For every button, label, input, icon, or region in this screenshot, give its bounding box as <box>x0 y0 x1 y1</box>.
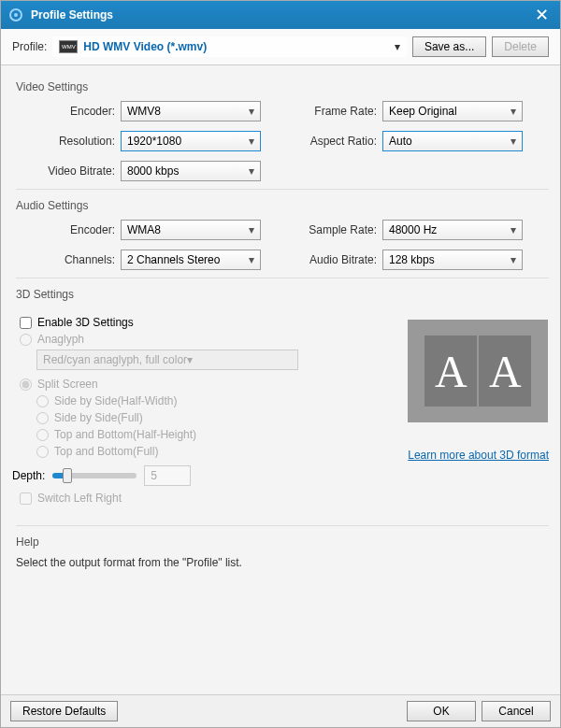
preview-left: A <box>424 335 477 407</box>
tab-full-radio: Top and Bottom(Full) <box>36 445 396 458</box>
depth-row: Depth: 5 <box>12 465 396 486</box>
footer: Restore Defaults OK Cancel <box>1 694 560 727</box>
chevron-down-icon: ▾ <box>249 223 254 236</box>
aspect-ratio-label: Aspect Ratio: <box>289 135 382 148</box>
chevron-down-icon: ▾ <box>249 135 254 148</box>
split-screen-radio: Split Screen <box>20 378 396 391</box>
chevron-down-icon: ▾ <box>511 105 516 118</box>
close-icon[interactable]: ✕ <box>531 5 553 25</box>
3d-section: Enable 3D Settings Anaglyph Red/cyan ana… <box>12 312 549 508</box>
cancel-button[interactable]: Cancel <box>482 701 551 721</box>
chevron-down-icon: ▾ <box>249 105 254 118</box>
video-grid: Encoder: WMV8▾ Frame Rate: Keep Original… <box>16 101 549 181</box>
video-encoder-label: Encoder: <box>16 105 121 118</box>
sbs-full-radio: Side by Side(Full) <box>36 411 396 424</box>
profile-select[interactable]: WMV HD WMV Video (*.wmv) ▾ <box>52 36 407 57</box>
frame-rate-label: Frame Rate: <box>289 105 382 118</box>
audio-bitrate-select[interactable]: 128 kbps▾ <box>382 250 523 270</box>
window-title: Profile Settings <box>31 8 531 21</box>
profile-label: Profile: <box>12 40 47 53</box>
enable-3d-input[interactable] <box>20 317 32 329</box>
anaglyph-radio: Anaglyph <box>20 333 396 346</box>
switch-lr-checkbox: Switch Left Right <box>20 492 396 505</box>
app-icon <box>8 7 23 22</box>
chevron-down-icon: ▾ <box>511 135 516 148</box>
chevron-down-icon: ▾ <box>249 164 254 178</box>
audio-bitrate-label: Audio Bitrate: <box>289 253 382 266</box>
3d-preview: A A <box>408 320 548 422</box>
chevron-down-icon: ▾ <box>511 223 516 236</box>
chevron-down-icon: ▾ <box>395 40 400 53</box>
video-encoder-select[interactable]: WMV8▾ <box>121 101 261 121</box>
enable-3d-checkbox[interactable]: Enable 3D Settings <box>20 316 396 329</box>
profile-row: Profile: WMV HD WMV Video (*.wmv) ▾ Save… <box>1 29 560 65</box>
resolution-select[interactable]: 1920*1080▾ <box>121 131 261 151</box>
profile-value: HD WMV Video (*.wmv) <box>83 40 395 53</box>
chevron-down-icon: ▾ <box>511 253 516 266</box>
resolution-label: Resolution: <box>16 135 121 148</box>
learn-more-link[interactable]: Learn more about 3D format <box>408 449 549 462</box>
depth-slider[interactable] <box>52 473 137 478</box>
video-settings-heading: Video Settings <box>16 80 549 93</box>
help-heading: Help <box>16 525 549 549</box>
tab-half-radio: Top and Bottom(Half-Height) <box>36 428 396 441</box>
frame-rate-select[interactable]: Keep Original▾ <box>382 101 523 121</box>
chevron-down-icon: ▾ <box>187 353 193 366</box>
restore-defaults-button[interactable]: Restore Defaults <box>10 701 118 721</box>
split-screen-input <box>20 378 32 391</box>
titlebar: Profile Settings ✕ <box>1 1 560 29</box>
aspect-ratio-select[interactable]: Auto▾ <box>382 131 523 151</box>
anaglyph-input <box>20 334 32 346</box>
chevron-down-icon: ▾ <box>249 253 254 266</box>
channels-select[interactable]: 2 Channels Stereo▾ <box>121 250 261 270</box>
wmv-icon: WMV <box>59 40 78 53</box>
main-panel: Video Settings Encoder: WMV8▾ Frame Rate… <box>1 65 560 694</box>
svg-point-1 <box>14 13 18 17</box>
audio-settings-heading: Audio Settings <box>16 189 549 212</box>
help-text: Select the output format from the "Profi… <box>16 556 545 569</box>
anaglyph-mode-select: Red/cyan anaglyph, full color ▾ <box>36 350 298 370</box>
preview-right: A <box>479 335 531 407</box>
slider-thumb[interactable] <box>63 468 72 483</box>
audio-grid: Encoder: WMA8▾ Sample Rate: 48000 Hz▾ Ch… <box>16 220 549 270</box>
channels-label: Channels: <box>16 253 121 266</box>
3d-settings-heading: 3D Settings <box>16 278 549 301</box>
help-section: Help Select the output format from the "… <box>12 525 549 569</box>
delete-button: Delete <box>492 36 549 57</box>
save-as-button[interactable]: Save as... <box>412 36 486 57</box>
sample-rate-select[interactable]: 48000 Hz▾ <box>382 220 523 240</box>
switch-lr-input <box>20 492 32 505</box>
sample-rate-label: Sample Rate: <box>289 223 382 236</box>
audio-encoder-select[interactable]: WMA8▾ <box>121 220 261 240</box>
video-bitrate-label: Video Bitrate: <box>16 164 121 178</box>
ok-button[interactable]: OK <box>407 701 476 721</box>
audio-encoder-label: Encoder: <box>16 223 121 236</box>
sbs-half-radio: Side by Side(Half-Width) <box>36 394 396 407</box>
depth-label: Depth: <box>12 469 45 482</box>
video-bitrate-select[interactable]: 8000 kbps▾ <box>121 161 261 181</box>
depth-spinner: 5 <box>144 465 191 486</box>
